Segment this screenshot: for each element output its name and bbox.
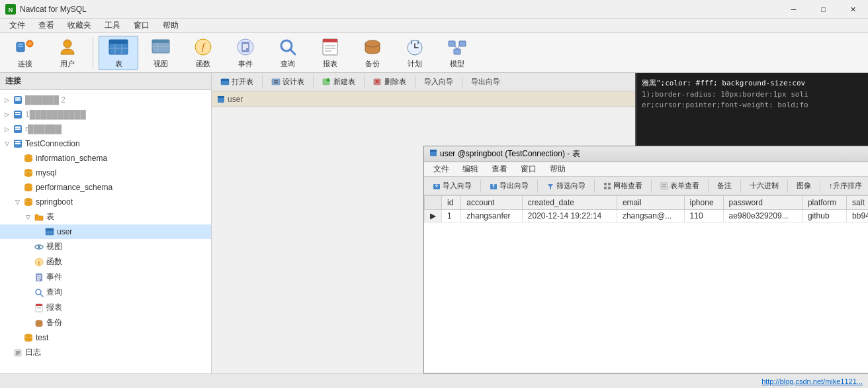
sidebar-item-events[interactable]: 事件 (0, 269, 211, 285)
table-menu-edit[interactable]: 编辑 (456, 162, 485, 176)
tool-function[interactable]: f 函数 (183, 36, 223, 70)
sidebar-item-functions[interactable]: f 函数 (0, 254, 211, 269)
sidebar-item-queries[interactable]: 查询 (0, 285, 211, 300)
filter-btn[interactable]: 筛选向导 (541, 179, 591, 193)
svg-rect-35 (417, 40, 419, 44)
import-wizard-btn[interactable]: 导入向导 (418, 75, 459, 89)
export-btn[interactable]: 导出向导 (484, 179, 535, 193)
form-view-btn[interactable]: 表单查看 (654, 179, 705, 193)
tree-toggle-blurred1[interactable]: ▷ (3, 96, 11, 104)
menu-bar: 文件 查看 收藏夹 工具 窗口 帮助 (0, 19, 868, 33)
sidebar-item-user-table[interactable]: user (0, 224, 211, 239)
log-icon (13, 348, 23, 358)
tool-model[interactable]: 模型 (437, 36, 477, 70)
export-wizard-btn[interactable]: 导出向导 (465, 75, 506, 89)
sidebar-item-blurred2[interactable]: ▷ 1██████████ (0, 107, 211, 122)
cell-salt[interactable]: bb940a... (847, 210, 868, 222)
sidebar-item-blurred1[interactable]: ▷ ██████ 2 (0, 93, 211, 107)
cell-account[interactable]: zhangsanfer (461, 210, 523, 222)
sidebar-item-views[interactable]: 视图 (0, 239, 211, 254)
grid-view-btn[interactable]: 网格查看 (597, 179, 648, 193)
sidebar-item-testconnection[interactable]: ▽ TestConnection (0, 136, 211, 151)
connection-icon (13, 95, 23, 105)
menu-help[interactable]: 帮助 (156, 19, 185, 32)
cell-id[interactable]: 1 (442, 210, 461, 222)
table-menu-view[interactable]: 查看 (485, 162, 514, 176)
import-btn[interactable]: 导入向导 (427, 179, 478, 193)
sidebar-item-perf-schema[interactable]: performance_schema (0, 180, 211, 195)
tool-user-label: 用户 (60, 59, 75, 69)
tool-event[interactable]: 事件 (226, 36, 265, 70)
tool-user[interactable]: 用户 (48, 36, 87, 70)
sort-asc-btn[interactable]: ↑升序排序 (823, 179, 868, 193)
sidebar-item-info-schema[interactable]: information_schema (0, 151, 211, 166)
cell-email[interactable]: zhangsan@... (617, 210, 684, 222)
menu-file[interactable]: 文件 (3, 19, 32, 32)
tool-view[interactable]: 视图 (141, 36, 181, 70)
sidebar-item-springboot[interactable]: ▽ springboot (0, 195, 211, 209)
col-header-account[interactable]: account (461, 196, 523, 210)
perf-schema-label: performance_schema (36, 183, 112, 192)
new-table-label: 新建表 (333, 77, 355, 87)
tree-toggle-blurred3[interactable]: ▷ (3, 125, 11, 133)
reports-label: 报表 (46, 302, 62, 313)
table-menu-help[interactable]: 帮助 (543, 162, 572, 176)
close-button[interactable]: ✕ (838, 0, 868, 19)
hex-btn[interactable]: 十六进制 (744, 179, 785, 193)
col-header-id[interactable]: id (442, 196, 461, 210)
cell-password[interactable]: ae980e329209... (723, 210, 802, 222)
breadcrumb-text: user (228, 95, 243, 104)
tool-table[interactable]: 表 (99, 36, 138, 70)
delete-table-btn[interactable]: 删除表 (367, 75, 412, 89)
tree-toggle-blurred2[interactable]: ▷ (3, 111, 11, 119)
menu-view[interactable]: 查看 (32, 19, 61, 32)
tool-connect[interactable]: 连接 (5, 36, 45, 70)
note-btn[interactable]: 备注 (711, 179, 738, 193)
tree-toggle-tables[interactable]: ▽ (24, 213, 32, 221)
menu-tools[interactable]: 工具 (98, 19, 127, 32)
data-grid[interactable]: id account created_date email iphone pas… (424, 195, 868, 373)
cell-created-date[interactable]: 2020-12-14 19:22:14 (522, 210, 617, 222)
col-header-salt[interactable]: salt (847, 196, 868, 210)
table-row[interactable]: ▶ 1 zhangsanfer 2020-12-14 19:22:14 zhan… (425, 210, 869, 222)
cell-iphone[interactable]: 110 (684, 210, 723, 222)
image-btn[interactable]: 图像 (791, 179, 817, 193)
col-header-email[interactable]: email (617, 196, 684, 210)
sidebar-item-log[interactable]: 日志 (0, 345, 211, 360)
tree-toggle-testconn[interactable]: ▽ (3, 140, 11, 148)
maximize-button[interactable]: □ (808, 0, 838, 19)
svg-rect-4 (18, 46, 23, 47)
sidebar-item-mysql[interactable]: mysql (0, 166, 211, 180)
svg-rect-69 (37, 277, 41, 279)
minimize-button[interactable]: ─ (779, 0, 808, 19)
cell-platform[interactable]: github (802, 210, 846, 222)
tool-schedule[interactable]: 计划 (395, 36, 435, 70)
svg-rect-76 (37, 309, 41, 309)
sidebar-item-backup[interactable]: 备份 (0, 315, 211, 330)
table-title-bar: user @springboot (TestConnection) - 表 ─ … (424, 146, 868, 162)
sidebar-item-test[interactable]: test (0, 330, 211, 345)
tree-toggle-springboot[interactable]: ▽ (13, 198, 21, 206)
table-menu-window[interactable]: 窗口 (514, 162, 543, 176)
new-table-btn[interactable]: 新建表 (316, 75, 361, 89)
svg-text:f: f (38, 260, 40, 266)
col-header-iphone[interactable]: iphone (684, 196, 723, 210)
sidebar-item-tables-folder[interactable]: ▽ 表 (0, 209, 211, 224)
col-header-created-date[interactable]: created_date (522, 196, 617, 210)
table-menu-file[interactable]: 文件 (427, 162, 456, 176)
tool-report[interactable]: 报表 (310, 36, 350, 70)
obj-sep-1 (262, 75, 263, 89)
grid-table: id account created_date email iphone pas… (424, 195, 868, 222)
sidebar-item-reports[interactable]: 报表 (0, 300, 211, 315)
open-table-btn[interactable]: 打开表 (214, 75, 259, 89)
table-breadcrumb-icon (217, 95, 225, 103)
delete-icon (373, 77, 382, 87)
sidebar-item-blurred3[interactable]: ▷ r██████ (0, 122, 211, 136)
menu-favorites[interactable]: 收藏夹 (61, 19, 98, 32)
menu-window[interactable]: 窗口 (127, 19, 156, 32)
col-header-password[interactable]: password (723, 196, 802, 210)
tool-backup[interactable]: 备份 (353, 36, 392, 70)
col-header-platform[interactable]: platform (802, 196, 846, 210)
tool-query[interactable]: 查询 (268, 36, 308, 70)
design-table-btn[interactable]: 设计表 (265, 75, 310, 89)
